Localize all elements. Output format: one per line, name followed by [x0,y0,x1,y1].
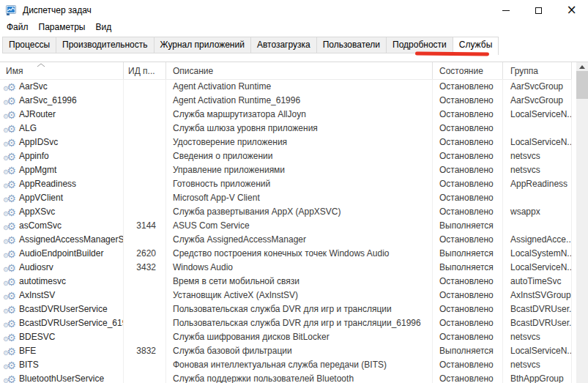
service-group-cell: LocalServiceN... [503,135,572,149]
service-status-cell: Выполняется [433,261,503,275]
service-group-cell: LocalServiceN... [503,261,572,275]
service-description-cell: Время в сети мобильной связи [166,275,433,289]
service-pid-cell [124,275,166,289]
vertical-scrollbar[interactable] [576,62,588,383]
column-header-status[interactable]: Состояние [433,62,503,79]
tab-app-history[interactable]: Журнал приложений [154,37,251,53]
service-pid-cell: 2620 [124,247,166,261]
service-description-cell: Служба шлюза уровня приложения [166,122,433,135]
service-name-cell: AarSvc_61996 [0,94,124,108]
table-row[interactable]: BcastDVRUserService_61996Пользовательска… [0,316,572,330]
service-group-cell: BcastDVRUser... [503,316,572,330]
service-pid-cell [124,302,166,316]
service-name-cell: asComSvc [0,219,124,233]
maximize-button[interactable] [522,0,555,21]
service-status-cell: Остановлено [433,163,503,177]
service-description-cell: Microsoft App-V Client [166,191,433,205]
table-row[interactable]: BITSФоновая интеллектуальная служба пере… [0,358,572,372]
service-pid-cell [124,316,166,330]
table-row[interactable]: Audiosrv3432Windows AudioВыполняетсяLoca… [0,261,572,275]
table-row[interactable]: BFE3832Служба базовой фильтрацииВыполняе… [0,344,572,358]
column-header-name[interactable]: Имя [0,62,124,79]
table-row[interactable]: AppXSvcСлужба развертывания AppX (AppXSV… [0,205,572,219]
table-row[interactable]: AppVClientMicrosoft App-V ClientОстановл… [0,191,572,205]
service-pid-cell [124,372,166,383]
service-group-cell: netsvcs [503,163,572,177]
service-name-cell: AssignedAccessManagerSvc [0,233,124,247]
service-pid-cell [124,122,166,135]
minimize-button[interactable] [489,0,522,21]
table-row[interactable]: autotimesvcВремя в сети мобильной связиО… [0,275,572,289]
service-description-cell: Служба AssignedAccessManager [166,233,433,247]
scrollbar-thumb[interactable] [576,71,588,99]
service-description-cell: Служба маршрутизатора AllJoyn [166,108,433,122]
service-gear-icon [4,95,15,107]
service-name: AppVClient [19,191,63,205]
service-pid-cell: 3144 [124,219,166,233]
service-gear-icon [4,234,15,246]
service-description-cell: Удостоверение приложения [166,135,433,149]
service-status-cell: Выполняется [433,247,503,261]
menu-item-view[interactable]: Вид [90,20,116,34]
service-gear-icon [4,290,15,302]
table-row[interactable]: AppinfoСведения о приложенииОстановленоn… [0,149,572,163]
service-name: AppReadiness [19,177,76,191]
column-header-pid[interactable]: ИД п... [124,62,166,79]
table-row[interactable]: AarSvc_61996Agent Activation Runtime_619… [0,94,572,108]
service-name-cell: AJRouter [0,108,124,122]
table-row[interactable]: AppIDSvcУдостоверение приложенияОстановл… [0,135,572,149]
service-name: autotimesvc [19,275,66,289]
service-group-cell: LocalServiceN... [503,344,572,358]
service-status-cell: Остановлено [433,177,503,191]
service-gear-icon [4,346,15,357]
service-status-cell: Остановлено [433,275,503,289]
table-row[interactable]: AarSvcAgent Activation RuntimeОстановлен… [0,80,572,94]
service-name: AarSvc_61996 [19,94,77,108]
service-group-cell: autoTimeSvc [503,275,572,289]
column-header-description[interactable]: Описание [166,62,433,79]
column-header-group[interactable]: Группа [503,62,572,79]
service-gear-icon [4,276,15,288]
service-group-cell: AppReadiness [503,177,572,191]
tab-performance[interactable]: Производительность [56,37,154,53]
service-name-cell: BITS [0,358,124,372]
table-row[interactable]: BcastDVRUserServiceПользовательская служ… [0,302,572,316]
menu-bar: ФайлПараметрыВид [0,20,588,34]
tab-startup[interactable]: Автозагрузка [250,37,317,53]
service-status-cell: Остановлено [433,108,503,122]
table-row[interactable]: AJRouterСлужба маршрутизатора AllJoynОст… [0,108,572,122]
service-pid-cell [124,205,166,219]
service-name: BFE [19,344,36,358]
menu-item-file[interactable]: Файл [1,20,34,34]
menu-item-options[interactable]: Параметры [34,20,91,34]
close-button[interactable]: × [555,0,588,21]
service-description-cell: Средство построения конечных точек Windo… [166,247,433,261]
table-row[interactable]: AudioEndpointBuilder2620Средство построе… [0,247,572,261]
tab-users[interactable]: Пользователи [316,37,387,53]
service-group-cell: wsappx [503,205,572,219]
task-manager-icon [6,4,18,16]
tab-processes[interactable]: Процессы [2,37,56,53]
table-row[interactable]: BluetoothUserServiceСлужба поддержки пол… [0,372,572,383]
table-row[interactable]: AppReadinessГотовность приложенийОстанов… [0,177,572,191]
service-name: ALG [19,122,37,135]
service-description-cell: Фоновая интеллектуальная служба передачи… [166,358,433,372]
tab-details[interactable]: Подробности [386,37,453,53]
service-name-cell: AxInstSV [0,289,124,302]
service-status-cell: Остановлено [433,302,503,316]
table-row[interactable]: AppMgmtУправление приложениямиОстановлен… [0,163,572,177]
table-row[interactable]: AxInstSVУстановщик ActiveX (AxInstSV)Ост… [0,289,572,302]
table-header: ИмяИД п...ОписаниеСостояниеГруппа [0,62,572,80]
service-name: BcastDVRUserService_61996 [19,316,124,330]
table-row[interactable]: ALGСлужба шлюза уровня приложенияОстанов… [0,122,572,135]
service-description-cell: Пользовательская служба DVR для игр и тр… [166,316,433,330]
scroll-up-arrow-icon[interactable] [579,65,585,69]
service-status-cell: Остановлено [433,358,503,372]
table-row[interactable]: BDESVCСлужба шифрования дисков BitLocker… [0,330,572,344]
service-gear-icon [4,81,15,93]
service-pid-cell [124,330,166,344]
table-body: AarSvcAgent Activation RuntimeОстановлен… [0,80,572,383]
table-row[interactable]: AssignedAccessManagerSvcСлужба AssignedA… [0,233,572,247]
table-row[interactable]: asComSvc3144ASUS Com ServiceВыполняется [0,219,572,233]
service-name: asComSvc [19,219,62,233]
